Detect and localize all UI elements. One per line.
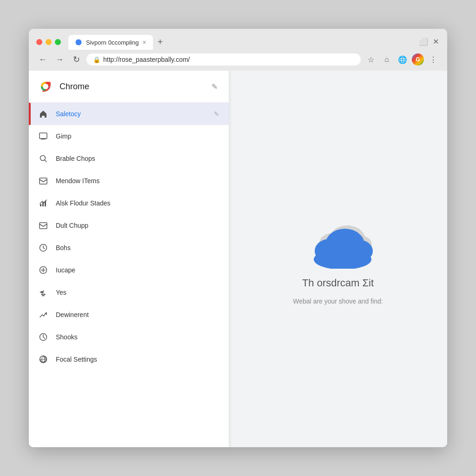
page-content: Тh orsdrcam Σit Webal are your shove and… (229, 71, 447, 447)
address-text: http://rose_paasterpbally.com/ (103, 56, 354, 63)
dult-chupp-label: Dult Chupp (56, 222, 219, 229)
menu-item-brable-chops[interactable]: Brable Chops (29, 147, 229, 170)
tab-close-button[interactable]: × (142, 39, 146, 46)
svg-point-6 (40, 156, 46, 161)
traffic-lights (36, 39, 61, 45)
menu-item-alsk-flour-stades[interactable]: Alsk Flodur Stades (29, 192, 229, 214)
alsk-flour-stades-icon (38, 198, 48, 208)
active-tab[interactable]: Sivporn 0ccompling × (68, 35, 153, 50)
svg-rect-28 (317, 251, 369, 262)
lock-icon: 🔒 (93, 56, 100, 63)
menu-header: Chrome ✎ (29, 71, 229, 103)
yes-icon (38, 287, 48, 298)
yes-label: Yes (56, 289, 219, 296)
chrome-logo-icon (38, 79, 53, 94)
shooks-label: Shooks (56, 333, 219, 341)
bohs-label: Bohs (56, 244, 219, 251)
cloud-front-icon (310, 222, 375, 269)
bohs-icon (38, 243, 48, 253)
gimp-label: Gimp (56, 132, 219, 140)
active-indicator (29, 103, 31, 125)
menu-header-edit-button[interactable]: ✎ (210, 80, 219, 93)
menu-items-container: Saletocy✎GimpBrable ChopsMendow ITemsAls… (29, 103, 229, 370)
svg-rect-9 (42, 202, 44, 206)
menu-item-yes[interactable]: Yes (29, 281, 229, 304)
new-tab-button[interactable]: + (153, 35, 168, 49)
shooks-icon (38, 332, 48, 342)
bookmark-star-button[interactable]: ☆ (364, 53, 377, 66)
svg-rect-15 (42, 295, 45, 296)
svg-rect-11 (40, 223, 47, 229)
saletocy-edit-button[interactable]: ✎ (214, 110, 219, 118)
close-traffic-light[interactable] (36, 39, 42, 45)
page-title: Тh orsdrcam Σit (302, 277, 374, 289)
back-button[interactable]: ← (36, 53, 49, 66)
svg-rect-4 (40, 133, 47, 139)
title-bar: Sivporn 0ccompling × + ⬜ ✕ (29, 29, 447, 49)
mendow-items-icon (38, 176, 48, 186)
profile-avatar[interactable]: G (412, 53, 424, 66)
dult-chupp-icon (38, 220, 48, 231)
window-controls: ⬜ ✕ (419, 37, 440, 49)
home-button[interactable]: ⌂ (380, 53, 393, 66)
dewinerent-label: Dewinerent (56, 311, 219, 318)
menu-item-gimp[interactable]: Gimp (29, 125, 229, 147)
saletocy-icon (38, 109, 48, 119)
svg-point-3 (43, 84, 48, 89)
menu-item-mendow-items[interactable]: Mendow ITems (29, 170, 229, 192)
alsk-flour-stades-label: Alsk Flodur Stades (56, 199, 219, 207)
dewinerent-icon (38, 310, 48, 320)
toolbar-icons: ☆ ⌂ 🌐 G ⋮ (364, 53, 440, 66)
page-subtitle: Webal are your shove and find: (293, 298, 383, 305)
svg-rect-5 (41, 139, 46, 139)
menu-item-shooks[interactable]: Shooks (29, 326, 229, 348)
brable-chops-label: Brable Chops (56, 155, 219, 162)
cloud-illustration (296, 213, 380, 269)
focal-settings-label: Focal Settings (56, 356, 219, 363)
brable-chops-icon (38, 153, 48, 164)
menu-item-saletocy[interactable]: Saletocy✎ (29, 103, 229, 125)
forward-button[interactable]: → (53, 53, 66, 66)
lucape-icon (38, 265, 48, 275)
refresh-button[interactable]: ↻ (70, 53, 83, 66)
address-bar-row: ← → ↻ 🔒 http://rose_paasterpbally.com/ ☆… (29, 49, 447, 71)
focal-settings-icon (38, 354, 48, 364)
more-options-button[interactable]: ⋮ (427, 53, 440, 66)
minimize-traffic-light[interactable] (46, 39, 52, 45)
menu-item-dult-chupp[interactable]: Dult Chupp (29, 214, 229, 237)
tab-bar: Sivporn 0ccompling × + ⬜ ✕ (68, 34, 440, 49)
window-maximize-button[interactable]: ⬜ (419, 37, 428, 46)
saletocy-label: Saletocy (56, 110, 206, 118)
menu-item-lucape[interactable]: Iucape (29, 259, 229, 281)
tab-favicon-icon (75, 39, 82, 46)
svg-rect-14 (41, 294, 46, 295)
window-close-button[interactable]: ✕ (431, 37, 440, 46)
sidebar-menu: Chrome ✎ Saletocy✎GimpBrable ChopsMendow… (29, 71, 229, 447)
globe-button[interactable]: 🌐 (396, 53, 409, 66)
address-bar[interactable]: 🔒 http://rose_paasterpbally.com/ (86, 53, 361, 66)
mendow-items-label: Mendow ITems (56, 177, 219, 185)
tab-title: Sivporn 0ccompling (86, 39, 139, 46)
maximize-traffic-light[interactable] (55, 39, 61, 45)
menu-header-title: Chrome (60, 82, 203, 92)
menu-item-dewinerent[interactable]: Dewinerent (29, 304, 229, 326)
svg-rect-8 (40, 204, 41, 206)
menu-item-bohs[interactable]: Bohs (29, 237, 229, 259)
gimp-icon (38, 131, 48, 141)
browser-window: Sivporn 0ccompling × + ⬜ ✕ ← → ↻ 🔒 http:… (29, 29, 447, 447)
lucape-label: Iucape (56, 266, 219, 274)
menu-item-focal-settings[interactable]: Focal Settings (29, 348, 229, 370)
svg-rect-7 (40, 178, 47, 184)
main-content: Chrome ✎ Saletocy✎GimpBrable ChopsMendow… (29, 71, 447, 447)
